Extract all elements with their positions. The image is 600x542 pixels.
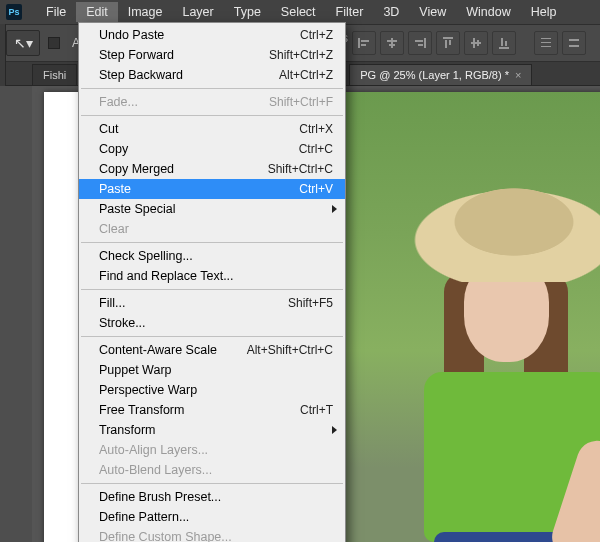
menu-3d[interactable]: 3D [373, 2, 409, 22]
menu-type[interactable]: Type [224, 2, 271, 22]
align-bottom-button[interactable] [492, 31, 516, 55]
menu-item-label: Puppet Warp [99, 363, 333, 377]
menu-item-step-backward[interactable]: Step BackwardAlt+Ctrl+Z [79, 65, 345, 85]
svg-rect-18 [541, 38, 551, 39]
svg-rect-12 [471, 42, 481, 44]
align-left-button[interactable] [352, 31, 376, 55]
menu-item-label: Content-Aware Scale [99, 343, 247, 357]
menu-item-shortcut: Ctrl+T [300, 403, 333, 417]
document-tab-label: Fishi [43, 69, 66, 81]
svg-rect-22 [569, 45, 579, 47]
menu-item-shortcut: Shift+F5 [288, 296, 333, 310]
menu-help[interactable]: Help [521, 2, 567, 22]
menu-item-shortcut: Alt+Ctrl+Z [279, 68, 333, 82]
svg-rect-19 [541, 42, 551, 43]
menu-item-copy[interactable]: CopyCtrl+C [79, 139, 345, 159]
svg-rect-7 [415, 40, 423, 42]
menu-separator [81, 483, 343, 484]
menu-item-label: Define Pattern... [99, 510, 333, 524]
menu-item-label: Free Transform [99, 403, 300, 417]
edit-menu-dropdown: Undo PasteCtrl+ZStep ForwardShift+Ctrl+Z… [78, 22, 346, 542]
menu-item-copy-merged[interactable]: Copy MergedShift+Ctrl+C [79, 159, 345, 179]
menu-file[interactable]: File [36, 2, 76, 22]
svg-rect-8 [418, 44, 423, 46]
menu-image[interactable]: Image [118, 2, 173, 22]
menu-item-label: Define Brush Preset... [99, 490, 333, 504]
svg-rect-16 [501, 38, 503, 46]
menu-layer[interactable]: Layer [172, 2, 223, 22]
menu-item-define-brush-preset[interactable]: Define Brush Preset... [79, 487, 345, 507]
app-logo: Ps [6, 4, 22, 20]
svg-rect-9 [443, 37, 453, 39]
menu-item-auto-blend-layers: Auto-Blend Layers... [79, 460, 345, 480]
menu-item-paste-special[interactable]: Paste Special [79, 199, 345, 219]
menu-item-label: Clear [99, 222, 333, 236]
menu-window[interactable]: Window [456, 2, 520, 22]
menu-item-label: Cut [99, 122, 299, 136]
svg-rect-5 [389, 44, 395, 46]
tool-preset-button[interactable]: ↖▾ [6, 30, 40, 56]
menu-item-shortcut: Alt+Shift+Ctrl+C [247, 343, 333, 357]
menu-item-label: Paste Special [99, 202, 333, 216]
menu-item-paste[interactable]: PasteCtrl+V [79, 179, 345, 199]
menu-item-label: Perspective Warp [99, 383, 333, 397]
titlebar: Ps FileEditImageLayerTypeSelectFilter3DV… [0, 0, 600, 24]
menu-item-label: Check Spelling... [99, 249, 333, 263]
menu-item-auto-align-layers: Auto-Align Layers... [79, 440, 345, 460]
distribute-top-button[interactable] [534, 31, 558, 55]
menu-view[interactable]: View [409, 2, 456, 22]
menu-filter[interactable]: Filter [326, 2, 374, 22]
menu-item-clear: Clear [79, 219, 345, 239]
menu-item-shortcut: Ctrl+V [299, 182, 333, 196]
menu-item-free-transform[interactable]: Free TransformCtrl+T [79, 400, 345, 420]
svg-rect-17 [505, 41, 507, 46]
menu-item-label: Copy Merged [99, 162, 268, 176]
menu-item-label: Paste [99, 182, 299, 196]
menu-edit[interactable]: Edit [76, 2, 118, 22]
align-center-h-button[interactable] [380, 31, 404, 55]
menu-item-label: Transform [99, 423, 333, 437]
menu-item-label: Find and Replace Text... [99, 269, 333, 283]
menu-item-content-aware-scale[interactable]: Content-Aware ScaleAlt+Shift+Ctrl+C [79, 340, 345, 360]
svg-rect-11 [449, 40, 451, 45]
menu-item-label: Fill... [99, 296, 288, 310]
menu-separator [81, 115, 343, 116]
menu-item-label: Define Custom Shape... [99, 530, 333, 542]
menu-item-shortcut: Shift+Ctrl+F [269, 95, 333, 109]
menu-item-puppet-warp[interactable]: Puppet Warp [79, 360, 345, 380]
menu-item-label: Step Backward [99, 68, 279, 82]
align-top-button[interactable] [436, 31, 460, 55]
submenu-arrow-icon [332, 426, 337, 434]
submenu-arrow-icon [332, 205, 337, 213]
menu-separator [81, 242, 343, 243]
menu-separator [81, 88, 343, 89]
menu-item-check-spelling[interactable]: Check Spelling... [79, 246, 345, 266]
menu-item-shortcut: Ctrl+C [299, 142, 333, 156]
document-tab[interactable]: Fishi [32, 64, 77, 85]
menu-separator [81, 336, 343, 337]
menu-item-find-and-replace-text[interactable]: Find and Replace Text... [79, 266, 345, 286]
left-strip [0, 24, 6, 86]
svg-rect-1 [361, 40, 369, 42]
menu-item-label: Stroke... [99, 316, 333, 330]
align-center-v-button[interactable] [464, 31, 488, 55]
align-right-button[interactable] [408, 31, 432, 55]
menu-item-step-forward[interactable]: Step ForwardShift+Ctrl+Z [79, 45, 345, 65]
menu-item-fill[interactable]: Fill...Shift+F5 [79, 293, 345, 313]
menu-item-shortcut: Ctrl+X [299, 122, 333, 136]
auto-select-checkbox[interactable] [48, 37, 60, 49]
menu-item-perspective-warp[interactable]: Perspective Warp [79, 380, 345, 400]
menu-item-undo-paste[interactable]: Undo PasteCtrl+Z [79, 25, 345, 45]
menu-item-define-custom-shape: Define Custom Shape... [79, 527, 345, 542]
menu-select[interactable]: Select [271, 2, 326, 22]
close-icon[interactable]: × [515, 69, 521, 81]
distribute-center-button[interactable] [562, 31, 586, 55]
menu-item-label: Auto-Blend Layers... [99, 463, 333, 477]
menu-item-stroke[interactable]: Stroke... [79, 313, 345, 333]
menu-item-label: Auto-Align Layers... [99, 443, 333, 457]
menu-item-define-pattern[interactable]: Define Pattern... [79, 507, 345, 527]
menu-item-cut[interactable]: CutCtrl+X [79, 119, 345, 139]
svg-rect-3 [391, 38, 393, 48]
document-tab-active[interactable]: PG @ 25% (Layer 1, RGB/8) * × [349, 64, 532, 85]
menu-item-transform[interactable]: Transform [79, 420, 345, 440]
